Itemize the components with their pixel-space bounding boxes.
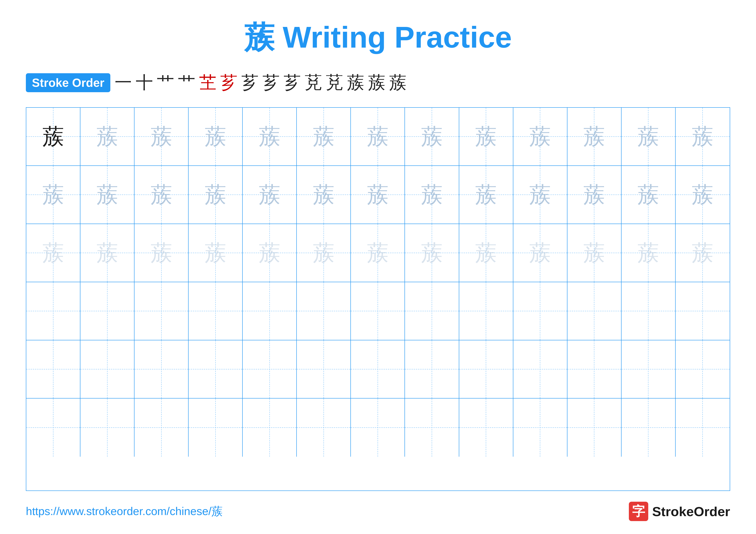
grid-cell-4-0[interactable] (26, 340, 80, 398)
grid-cell-0-4[interactable]: 蔟 (243, 108, 297, 165)
stroke-step-0: 一 (115, 71, 132, 94)
grid-cell-2-4[interactable]: 蔟 (243, 224, 297, 282)
grid-cell-2-2[interactable]: 蔟 (134, 224, 189, 282)
grid-cell-2-5[interactable]: 蔟 (297, 224, 351, 282)
grid-cell-0-8[interactable]: 蔟 (459, 108, 513, 165)
char-in-cell-0-4: 蔟 (259, 122, 281, 151)
grid-row-0: 蔟蔟蔟蔟蔟蔟蔟蔟蔟蔟蔟蔟蔟 (26, 108, 730, 166)
grid-cell-1-2[interactable]: 蔟 (134, 166, 189, 224)
char-in-cell-0-5: 蔟 (313, 122, 335, 151)
grid-cell-3-10[interactable] (567, 282, 622, 340)
char-in-cell-1-5: 蔟 (313, 180, 335, 209)
grid-cell-4-2[interactable] (134, 340, 189, 398)
grid-cell-2-9[interactable]: 蔟 (513, 224, 567, 282)
grid-cell-4-6[interactable] (351, 340, 405, 398)
grid-cell-2-7[interactable]: 蔟 (405, 224, 459, 282)
grid-cell-1-4[interactable]: 蔟 (243, 166, 297, 224)
stroke-step-8: 芗 (284, 71, 301, 94)
grid-cell-2-10[interactable]: 蔟 (567, 224, 622, 282)
grid-cell-4-1[interactable] (80, 340, 134, 398)
grid-cell-1-5[interactable]: 蔟 (297, 166, 351, 224)
grid-cell-1-7[interactable]: 蔟 (405, 166, 459, 224)
grid-cell-5-3[interactable] (189, 398, 243, 457)
grid-cell-4-3[interactable] (189, 340, 243, 398)
grid-cell-2-8[interactable]: 蔟 (459, 224, 513, 282)
grid-cell-5-5[interactable] (297, 398, 351, 457)
char-in-cell-0-3: 蔟 (205, 122, 226, 151)
grid-cell-3-11[interactable] (622, 282, 676, 340)
stroke-sequence: 一十艹艹芏芗芗芗芗莌莌蔟蔟蔟 (115, 71, 406, 94)
char-in-cell-2-4: 蔟 (259, 239, 281, 267)
grid-cell-4-5[interactable] (297, 340, 351, 398)
grid-cell-0-6[interactable]: 蔟 (351, 108, 405, 165)
grid-cell-1-11[interactable]: 蔟 (622, 166, 676, 224)
grid-cell-0-12[interactable]: 蔟 (676, 108, 730, 165)
char-in-cell-1-1: 蔟 (96, 180, 118, 209)
grid-cell-1-6[interactable]: 蔟 (351, 166, 405, 224)
grid-cell-2-3[interactable]: 蔟 (189, 224, 243, 282)
grid-cell-5-7[interactable] (405, 398, 459, 457)
stroke-step-9: 莌 (305, 71, 322, 94)
char-in-cell-0-12: 蔟 (692, 122, 713, 151)
grid-cell-4-11[interactable] (622, 340, 676, 398)
grid-cell-5-0[interactable] (26, 398, 80, 457)
grid-cell-5-6[interactable] (351, 398, 405, 457)
grid-cell-2-6[interactable]: 蔟 (351, 224, 405, 282)
char-in-cell-2-12: 蔟 (692, 239, 713, 267)
grid-cell-1-10[interactable]: 蔟 (567, 166, 622, 224)
grid-cell-0-2[interactable]: 蔟 (134, 108, 189, 165)
grid-cell-0-7[interactable]: 蔟 (405, 108, 459, 165)
grid-cell-5-8[interactable] (459, 398, 513, 457)
grid-cell-5-11[interactable] (622, 398, 676, 457)
grid-cell-3-2[interactable] (134, 282, 189, 340)
grid-cell-2-1[interactable]: 蔟 (80, 224, 134, 282)
grid-cell-3-12[interactable] (676, 282, 730, 340)
grid-cell-5-10[interactable] (567, 398, 622, 457)
grid-cell-5-4[interactable] (243, 398, 297, 457)
grid-cell-3-1[interactable] (80, 282, 134, 340)
grid-cell-0-1[interactable]: 蔟 (80, 108, 134, 165)
grid-cell-4-9[interactable] (513, 340, 567, 398)
page: 蔟 Writing Practice Stroke Order 一十艹艹芏芗芗芗… (0, 0, 756, 534)
grid-cell-1-8[interactable]: 蔟 (459, 166, 513, 224)
grid-cell-3-5[interactable] (297, 282, 351, 340)
char-in-cell-0-2: 蔟 (150, 122, 172, 151)
grid-cell-5-12[interactable] (676, 398, 730, 457)
grid-row-4 (26, 340, 730, 398)
grid-cell-0-5[interactable]: 蔟 (297, 108, 351, 165)
grid-cell-3-9[interactable] (513, 282, 567, 340)
grid-cell-0-0[interactable]: 蔟 (26, 108, 80, 165)
grid-cell-3-4[interactable] (243, 282, 297, 340)
char-in-cell-2-2: 蔟 (150, 239, 172, 267)
grid-cell-3-0[interactable] (26, 282, 80, 340)
grid-cell-3-3[interactable] (189, 282, 243, 340)
char-in-cell-2-11: 蔟 (637, 239, 659, 267)
grid-cell-2-0[interactable]: 蔟 (26, 224, 80, 282)
grid-row-1: 蔟蔟蔟蔟蔟蔟蔟蔟蔟蔟蔟蔟蔟 (26, 166, 730, 224)
char-in-cell-1-10: 蔟 (583, 180, 605, 209)
grid-cell-2-12[interactable]: 蔟 (676, 224, 730, 282)
grid-cell-3-7[interactable] (405, 282, 459, 340)
char-in-cell-1-0: 蔟 (42, 180, 64, 209)
grid-cell-4-8[interactable] (459, 340, 513, 398)
grid-cell-4-7[interactable] (405, 340, 459, 398)
footer-url[interactable]: https://www.strokeorder.com/chinese/蔟 (26, 504, 223, 519)
grid-cell-4-12[interactable] (676, 340, 730, 398)
grid-cell-1-1[interactable]: 蔟 (80, 166, 134, 224)
grid-cell-3-8[interactable] (459, 282, 513, 340)
grid-cell-0-10[interactable]: 蔟 (567, 108, 622, 165)
grid-cell-4-4[interactable] (243, 340, 297, 398)
grid-cell-0-11[interactable]: 蔟 (622, 108, 676, 165)
grid-cell-1-0[interactable]: 蔟 (26, 166, 80, 224)
grid-cell-0-9[interactable]: 蔟 (513, 108, 567, 165)
grid-cell-5-9[interactable] (513, 398, 567, 457)
grid-cell-0-3[interactable]: 蔟 (189, 108, 243, 165)
grid-cell-3-6[interactable] (351, 282, 405, 340)
grid-cell-1-12[interactable]: 蔟 (676, 166, 730, 224)
grid-cell-4-10[interactable] (567, 340, 622, 398)
grid-cell-2-11[interactable]: 蔟 (622, 224, 676, 282)
grid-cell-1-3[interactable]: 蔟 (189, 166, 243, 224)
grid-cell-1-9[interactable]: 蔟 (513, 166, 567, 224)
grid-cell-5-2[interactable] (134, 398, 189, 457)
grid-cell-5-1[interactable] (80, 398, 134, 457)
